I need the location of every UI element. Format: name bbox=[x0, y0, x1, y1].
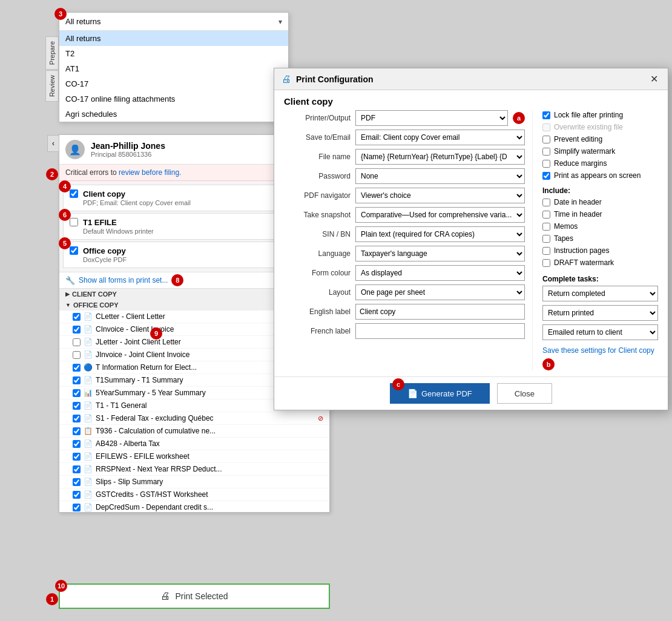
task2-select[interactable]: Return printed bbox=[542, 305, 658, 321]
time-header-checkbox[interactable] bbox=[542, 211, 550, 218]
pdf-navigator-select[interactable]: Viewer's choice bbox=[355, 188, 525, 203]
time-header-label: Time in header bbox=[554, 210, 602, 218]
doc-icon: 📄 bbox=[84, 376, 93, 384]
generate-pdf-button[interactable]: 📄 Generate PDF bbox=[390, 383, 490, 404]
tab-prepare[interactable]: Prepare bbox=[45, 36, 59, 70]
file-name-select[interactable]: {Name} {ReturnYear} {ReturnType} {Label}… bbox=[355, 149, 525, 165]
form-efilews-checkbox[interactable] bbox=[73, 453, 81, 461]
collapse-triangle-right: ▶ bbox=[65, 291, 70, 297]
french-label-label: French label bbox=[284, 327, 351, 335]
dropdown-item-agri[interactable]: Agri schedules bbox=[59, 107, 288, 122]
english-label-label: English label bbox=[284, 307, 351, 316]
dropdown-selected[interactable]: All returns ▾ bbox=[59, 13, 288, 31]
pdf-navigator-label: PDF navigator bbox=[284, 191, 351, 200]
form-cinvoice-checkbox[interactable] bbox=[73, 326, 81, 334]
badge-2: 2 bbox=[46, 168, 58, 180]
overwrite-file-checkbox[interactable] bbox=[542, 123, 550, 131]
avatar: 👤 bbox=[65, 140, 85, 159]
form-gst-checkbox[interactable] bbox=[73, 491, 81, 499]
form-item: 📄 DepCredSum - Dependant credit s... bbox=[59, 501, 329, 512]
form-colour-label: Form colour bbox=[284, 269, 351, 277]
print-selected-button[interactable]: 🖨 Print Selected 10 bbox=[59, 583, 330, 609]
form-depcred-checkbox[interactable] bbox=[73, 504, 81, 511]
badge-c: c bbox=[392, 378, 404, 390]
t1-efile-checkbox[interactable] bbox=[70, 218, 78, 226]
show-forms-link[interactable]: Show all forms in print set... bbox=[79, 276, 168, 284]
office-copy-checkbox[interactable] bbox=[70, 246, 78, 255]
expand-triangle-down: ▼ bbox=[65, 302, 71, 308]
badge-9: 9 bbox=[150, 327, 162, 340]
dialog-close-button[interactable]: ✕ bbox=[648, 73, 660, 85]
print-as-appears-checkbox[interactable] bbox=[542, 172, 550, 180]
english-label-input[interactable] bbox=[355, 304, 525, 320]
print-selected-label: Print Selected bbox=[175, 591, 228, 601]
password-select[interactable]: None bbox=[355, 168, 525, 184]
form-colour-select[interactable]: As displayed bbox=[355, 265, 525, 281]
lock-file-checkbox[interactable] bbox=[542, 111, 550, 119]
doc-icon: 📄 bbox=[84, 325, 93, 334]
client-copy-checkbox[interactable] bbox=[70, 189, 78, 198]
dropdown-item-co17-online[interactable]: CO-17 online filing attachments bbox=[59, 91, 288, 107]
simplify-watermark-checkbox[interactable] bbox=[542, 148, 550, 156]
dropdown-item-t2[interactable]: T2 bbox=[59, 46, 288, 61]
dialog-titlebar: 🖨 Print Configuration ✕ bbox=[274, 68, 668, 90]
t1-efile-title: T1 EFILE bbox=[83, 218, 294, 227]
form-t1-checkbox[interactable] bbox=[73, 402, 81, 410]
error-link[interactable]: review before filing. bbox=[119, 168, 181, 177]
dropdown-item-co17[interactable]: CO-17 bbox=[59, 76, 288, 91]
doc-icon: 📄 bbox=[84, 350, 93, 359]
dialog-title-icon: 🖨 bbox=[282, 74, 291, 85]
date-header-checkbox[interactable] bbox=[542, 199, 550, 206]
reduce-margins-label: Reduce margins bbox=[554, 159, 607, 168]
form-label: RRSPNext - Next Year RRSP Deduct... bbox=[96, 465, 323, 473]
language-select[interactable]: Taxpayer's language bbox=[355, 246, 525, 261]
badge-5: 5 bbox=[59, 237, 71, 249]
dropdown-item-at1[interactable]: AT1 bbox=[59, 61, 288, 76]
draft-watermark-checkbox[interactable] bbox=[542, 259, 550, 267]
close-dialog-button[interactable]: Close bbox=[497, 383, 552, 404]
form-s1-checkbox[interactable] bbox=[73, 415, 81, 422]
form-jinvoice-checkbox[interactable] bbox=[73, 351, 81, 359]
form-item: 📋 T936 - Calculation of cumulative ne... bbox=[59, 425, 329, 438]
tab-review[interactable]: Review bbox=[45, 70, 59, 102]
simplify-watermark-label: Simplify watermark bbox=[554, 147, 615, 156]
sin-bn-select[interactable]: Plain text (required for CRA copies) bbox=[355, 226, 525, 242]
save-to-email-select[interactable]: Email: Client copy Cover email bbox=[355, 130, 525, 145]
instruction-pages-label: Instruction pages bbox=[554, 246, 609, 255]
tapes-checkbox[interactable] bbox=[542, 235, 550, 243]
form-ab428-checkbox[interactable] bbox=[73, 440, 81, 448]
generate-pdf-label: Generate PDF bbox=[421, 389, 472, 398]
form-label: Slips - Slip Summary bbox=[96, 478, 323, 486]
french-label-input[interactable] bbox=[355, 323, 525, 339]
sin-bn-label: SIN / BN bbox=[284, 230, 351, 238]
office-copy-sub: DoxCycle PDF bbox=[83, 256, 301, 263]
printer-output-select[interactable]: PDF bbox=[355, 110, 508, 126]
task3-select[interactable]: Emailed return to client bbox=[542, 324, 658, 340]
save-settings-link[interactable]: Save these settings for Client copy bbox=[542, 346, 658, 355]
doc-icon: 📄 bbox=[84, 312, 93, 321]
prevent-editing-checkbox[interactable] bbox=[542, 136, 550, 143]
time-header-row: Time in header bbox=[542, 209, 658, 219]
office-copy-group-label: OFFICE COPY bbox=[73, 301, 119, 309]
form-t-info-checkbox[interactable] bbox=[73, 364, 81, 372]
form-jletter-checkbox[interactable] bbox=[73, 338, 81, 346]
collapse-button[interactable]: ‹ bbox=[47, 135, 59, 152]
take-snapshot-select[interactable]: Comparative—Used for comprehensive varia… bbox=[355, 207, 525, 223]
badge-3: 3 bbox=[54, 8, 67, 20]
memos-checkbox[interactable] bbox=[542, 223, 550, 231]
task1-select[interactable]: Return completed bbox=[542, 286, 658, 301]
form-t1summary-checkbox[interactable] bbox=[73, 376, 81, 384]
form-t936-checkbox[interactable] bbox=[73, 427, 81, 435]
layout-select[interactable]: One page per sheet bbox=[355, 284, 525, 300]
doc-icon: 📄 bbox=[84, 465, 93, 473]
form-slips-checkbox[interactable] bbox=[73, 478, 81, 486]
form-cletter-checkbox[interactable] bbox=[73, 313, 81, 321]
reduce-margins-row: Reduce margins bbox=[542, 159, 658, 168]
form-rrsp-checkbox[interactable] bbox=[73, 465, 81, 473]
form-5year-checkbox[interactable] bbox=[73, 389, 81, 397]
error-icon: ⊘ bbox=[318, 415, 323, 422]
reduce-margins-checkbox[interactable] bbox=[542, 160, 550, 168]
dropdown-item-all-returns[interactable]: All returns bbox=[59, 31, 288, 46]
instruction-pages-checkbox[interactable] bbox=[542, 247, 550, 255]
prevent-editing-row: Prevent editing bbox=[542, 134, 658, 144]
